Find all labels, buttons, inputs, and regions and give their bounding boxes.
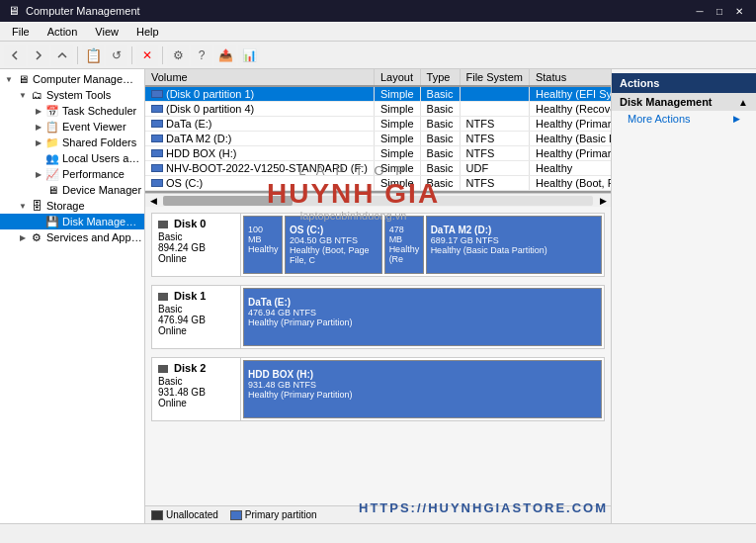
actions-section-disk-management[interactable]: Disk Management ▲	[612, 93, 756, 111]
hscroll-track[interactable]	[163, 196, 593, 206]
tree-item-performance[interactable]: ▶ 📈 Performance	[0, 166, 144, 182]
tree-expand-system[interactable]: ▼	[16, 88, 30, 102]
table-row[interactable]: OS (C:) Simple Basic NTFS Healthy (Boot,…	[145, 176, 611, 191]
disk-partition[interactable]: DaTA M2 (D:)689.17 GB NTFSHealthy (Basic…	[426, 216, 602, 274]
menu-help[interactable]: Help	[128, 24, 167, 40]
partition-status: Healthy (Re	[389, 244, 419, 264]
cell-type: Basic	[420, 176, 460, 191]
center-panel: Volume Layout Type File System Status (D…	[145, 69, 611, 523]
disk-partition[interactable]: 100 MBHealthy	[243, 216, 283, 274]
tree-item-disk-management[interactable]: 💾 Disk Management	[0, 214, 144, 229]
toolbar-up[interactable]	[51, 45, 73, 66]
partition-size: 476.94 GB NTFS	[248, 308, 597, 317]
actions-more-actions[interactable]: More Actions ▶	[612, 111, 756, 127]
tree-item-system-tools[interactable]: ▼ 🗂 System Tools	[0, 87, 144, 103]
tree-expand-storage[interactable]: ▼	[16, 199, 30, 213]
hscroll-left[interactable]: ◀	[145, 196, 161, 206]
disk-partitions: HDD BOX (H:)931.48 GB NTFSHealthy (Prima…	[241, 358, 604, 420]
hscroll-area[interactable]: ◀ ▶	[145, 193, 611, 207]
legend-primary: Primary partition	[230, 509, 317, 520]
menu-view[interactable]: View	[87, 24, 126, 40]
cell-layout: Simple	[374, 146, 420, 161]
tree-expand-users[interactable]	[32, 151, 45, 165]
hscroll-thumb[interactable]	[163, 196, 293, 206]
disk-info: Disk 0 Basic 894.24 GB Online	[152, 214, 241, 276]
cell-filesystem	[460, 102, 529, 117]
tree-expand-root[interactable]: ▼	[2, 72, 16, 86]
storage-icon: 🗄	[30, 199, 43, 213]
menu-action[interactable]: Action	[40, 24, 86, 40]
menu-file[interactable]: File	[4, 24, 38, 40]
services-icon: ⚙	[30, 230, 43, 244]
disk-info: Disk 2 Basic 931.48 GB Online	[152, 358, 241, 420]
tree-expand-disk[interactable]	[32, 215, 45, 228]
maximize-button[interactable]: □	[711, 3, 728, 19]
tree-item-task-scheduler[interactable]: ▶ 📅 Task Scheduler	[0, 103, 144, 119]
disk-partition[interactable]: 478 MBHealthy (Re	[384, 216, 424, 274]
disk-type: Basic	[158, 376, 234, 387]
tree-item-shared-folders[interactable]: ▶ 📁 Shared Folders	[0, 135, 144, 150]
tree-expand-shared[interactable]: ▶	[32, 136, 45, 149]
tree-item-event-viewer[interactable]: ▶ 📋 Event Viewer	[0, 119, 144, 135]
tree-expand-task[interactable]: ▶	[32, 104, 45, 118]
table-row[interactable]: (Disk 0 partition 1) Simple Basic Health…	[145, 86, 611, 102]
partition-status: Healthy (Primary Partition)	[248, 317, 597, 327]
tree-expand-event[interactable]: ▶	[32, 120, 45, 134]
col-status: Status	[529, 69, 611, 86]
tree-item-device-manager[interactable]: 🖥 Device Manager	[0, 182, 144, 198]
tree-expand-device[interactable]	[32, 183, 45, 197]
cell-volume: NHV-BOOT-2022-V1250-STANDARD (F:)	[145, 161, 374, 176]
toolbar-forward[interactable]	[28, 45, 49, 66]
disk-row: Disk 2 Basic 931.48 GB Online HDD BOX (H…	[151, 357, 605, 421]
cell-volume: DaTA M2 (D:)	[145, 132, 374, 146]
cell-layout: Simple	[374, 132, 420, 146]
toolbar: 📋 ↺ ✕ ⚙ ? 📤 📊	[0, 42, 756, 69]
toolbar-show-hide[interactable]: 📋	[82, 45, 104, 66]
legend-unallocated: Unallocated	[151, 509, 218, 520]
cell-volume: (Disk 0 partition 4)	[145, 102, 374, 117]
disk-map-area[interactable]: Disk 0 Basic 894.24 GB Online 100 MBHeal…	[145, 207, 611, 505]
table-row[interactable]: DaTA M2 (D:) Simple Basic NTFS Healthy (…	[145, 132, 611, 146]
tree-expand-perf[interactable]: ▶	[32, 167, 45, 181]
tree-expand-services[interactable]: ▶	[16, 230, 30, 244]
cell-layout: Simple	[374, 176, 420, 191]
partition-status: Healthy (Boot, Page File, C	[290, 245, 378, 265]
volume-table-container[interactable]: Volume Layout Type File System Status (D…	[145, 69, 611, 193]
toolbar-help[interactable]: ?	[191, 45, 212, 66]
tree-item-local-users[interactable]: 👥 Local Users and Groups	[0, 150, 144, 166]
cell-layout: Simple	[374, 161, 420, 176]
partition-name: DaTa (E:)	[248, 297, 597, 308]
partition-status: Healthy (Primary Partition)	[248, 390, 597, 400]
table-row[interactable]: NHV-BOOT-2022-V1250-STANDARD (F:) Simple…	[145, 161, 611, 176]
hscroll-right[interactable]: ▶	[595, 196, 611, 206]
volume-table: Volume Layout Type File System Status (D…	[145, 69, 611, 191]
toolbar-refresh[interactable]: ↺	[106, 45, 127, 66]
cell-volume: OS (C:)	[145, 176, 374, 191]
disk-name: Disk 0	[158, 218, 234, 229]
toolbar-back[interactable]	[4, 45, 26, 66]
toolbar-extra[interactable]: 📊	[238, 45, 260, 66]
main-container: ▼ 🖥 Computer Management (Local) ▼ 🗂 Syst…	[0, 69, 756, 523]
title-text: Computer Management	[26, 5, 140, 17]
toolbar-properties[interactable]: ⚙	[167, 45, 189, 66]
toolbar-export[interactable]: 📤	[214, 45, 236, 66]
device-manager-icon: 🖥	[45, 183, 59, 197]
minimize-button[interactable]: ─	[691, 3, 709, 19]
disk-type: Basic	[158, 231, 234, 242]
tree-root[interactable]: ▼ 🖥 Computer Management (Local)	[0, 71, 144, 87]
toolbar-delete[interactable]: ✕	[136, 45, 158, 66]
disk-partition[interactable]: HDD BOX (H:)931.48 GB NTFSHealthy (Prima…	[243, 360, 602, 418]
table-row[interactable]: (Disk 0 partition 4) Simple Basic Health…	[145, 102, 611, 117]
menu-bar: File Action View Help	[0, 22, 756, 42]
disk-partition[interactable]: DaTa (E:)476.94 GB NTFSHealthy (Primary …	[243, 288, 602, 346]
cell-status: Healthy (EFI System Partition)	[529, 86, 611, 102]
tree-item-services[interactable]: ▶ ⚙ Services and Applications	[0, 229, 144, 245]
disk-status: Online	[158, 398, 234, 408]
cell-status: Healthy (Primary Partition)	[529, 117, 611, 132]
table-row[interactable]: DaTa (E:) Simple Basic NTFS Healthy (Pri…	[145, 117, 611, 132]
close-button[interactable]: ✕	[730, 3, 748, 19]
disk-partition[interactable]: OS (C:)204.50 GB NTFSHealthy (Boot, Page…	[285, 216, 382, 274]
tree-item-storage[interactable]: ▼ 🗄 Storage	[0, 198, 144, 214]
cell-status: Healthy (Primary Partition)	[529, 146, 611, 161]
table-row[interactable]: HDD BOX (H:) Simple Basic NTFS Healthy (…	[145, 146, 611, 161]
